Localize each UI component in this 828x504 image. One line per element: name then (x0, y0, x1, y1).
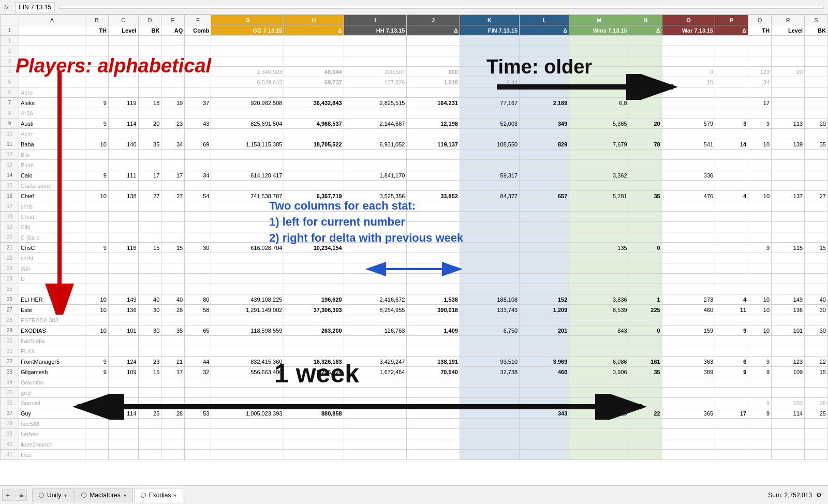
cell-A[interactable]: Gowmbo (19, 377, 85, 388)
cell-Q[interactable] (748, 201, 772, 212)
cell-P[interactable]: 11 (715, 305, 748, 315)
cell-G[interactable] (211, 56, 284, 67)
cell-K[interactable] (460, 212, 519, 222)
cell-L[interactable] (520, 388, 569, 398)
cell-O[interactable] (662, 315, 715, 325)
cell-G[interactable] (211, 346, 284, 357)
cell-R[interactable] (772, 56, 805, 67)
cell-P[interactable] (715, 243, 748, 253)
cell-M[interactable] (569, 346, 629, 357)
cell-G[interactable] (211, 129, 284, 139)
cell-E[interactable]: 35 (161, 325, 185, 336)
cell-G[interactable] (211, 108, 284, 118)
cell-row_num[interactable]: 31 (1, 346, 19, 357)
cell-R[interactable] (772, 263, 805, 274)
cell-G[interactable] (211, 160, 284, 170)
cell-C[interactable]: 101 (108, 325, 138, 336)
cell-G[interactable]: 920,982,508 (211, 98, 284, 108)
cell-C[interactable] (108, 439, 138, 450)
cell-B[interactable] (85, 284, 109, 294)
table-row[interactable]: 20C Sta e (1, 232, 828, 243)
cell-D[interactable] (138, 46, 161, 56)
cell-H[interactable]: 8,256,924 (284, 367, 344, 377)
cell-E[interactable] (161, 129, 185, 139)
col-O-header[interactable]: O (662, 15, 715, 25)
cell-S[interactable] (805, 150, 828, 160)
cell-G[interactable]: 832,415,360 (211, 357, 284, 367)
cell-K[interactable] (460, 150, 519, 160)
cell-B[interactable] (85, 336, 109, 346)
cell-I[interactable] (344, 150, 407, 160)
cell-G[interactable]: 616,028,704 (211, 243, 284, 253)
cell-L[interactable] (520, 243, 569, 253)
cell-S[interactable] (805, 56, 828, 67)
cell-B[interactable] (85, 419, 109, 429)
cell-G[interactable] (211, 46, 284, 56)
cell-N[interactable] (629, 36, 662, 46)
cell-H[interactable] (284, 181, 344, 191)
cell-O[interactable]: 9 (662, 67, 715, 77)
cell-H[interactable] (284, 315, 344, 325)
cell-K[interactable] (460, 181, 519, 191)
cell-C[interactable] (108, 201, 138, 212)
cell-C[interactable] (108, 377, 138, 388)
cell-row_num[interactable]: 24 (1, 274, 19, 284)
cell-E[interactable] (161, 108, 185, 118)
cell-L[interactable] (520, 212, 569, 222)
cell-E[interactable] (161, 232, 185, 243)
cell-K[interactable] (460, 108, 519, 118)
cell-C[interactable] (108, 67, 138, 77)
cell-D[interactable] (138, 108, 161, 118)
cell-L[interactable]: 349 (520, 118, 569, 129)
cell-E[interactable] (161, 201, 185, 212)
cell-N[interactable] (629, 170, 662, 181)
cell-J[interactable]: 33,852 (407, 191, 460, 201)
cell-R[interactable]: 101 (772, 325, 805, 336)
cell-R[interactable] (772, 232, 805, 243)
cell-I[interactable] (344, 429, 407, 439)
cell-I[interactable] (344, 388, 407, 398)
cell-R[interactable] (772, 388, 805, 398)
cell-Q[interactable] (748, 56, 772, 67)
cell-J[interactable] (407, 232, 460, 243)
cell-K[interactable] (460, 398, 519, 408)
cell-A[interactable]: Guy (19, 408, 85, 419)
cell-P[interactable] (715, 170, 748, 181)
cell-A[interactable]: ESTRADA 303 (19, 315, 85, 325)
cell-F[interactable] (185, 429, 211, 439)
cell-K[interactable] (460, 87, 519, 98)
cell-G[interactable] (211, 87, 284, 98)
cell-P[interactable] (715, 315, 748, 325)
cell-G[interactable] (211, 377, 284, 388)
cell-O[interactable] (662, 336, 715, 346)
cell-A[interactable]: Austi (19, 118, 85, 129)
cell-row_num[interactable]: 10 (1, 129, 19, 139)
cell-B[interactable] (85, 212, 109, 222)
cell-D[interactable] (138, 232, 161, 243)
cell-F[interactable] (185, 253, 211, 263)
cell-M[interactable] (569, 377, 629, 388)
cell-P[interactable] (715, 232, 748, 243)
cell-F[interactable] (185, 108, 211, 118)
cell-row_num[interactable]: 15 (1, 181, 19, 191)
cell-row_num[interactable]: 14 (1, 170, 19, 181)
cell-E[interactable] (161, 284, 185, 294)
cell-row_num[interactable]: 22 (1, 253, 19, 263)
cell-D[interactable] (138, 67, 161, 77)
cell-D[interactable] (138, 274, 161, 284)
cell-B[interactable]: 9 (85, 243, 109, 253)
col-P-header[interactable]: P (715, 15, 748, 25)
cell-R[interactable] (772, 98, 805, 108)
cell-O[interactable] (662, 56, 715, 67)
cell-F[interactable]: 58 (185, 305, 211, 315)
table-row[interactable]: 36Gurnski910328 (1, 398, 828, 408)
cell-J[interactable] (407, 201, 460, 212)
cell-E[interactable] (161, 181, 185, 191)
cell-B[interactable]: 9 (85, 98, 109, 108)
cell-Q[interactable] (748, 108, 772, 118)
cell-I[interactable] (344, 439, 407, 450)
cell-J[interactable] (407, 253, 460, 263)
cell-C[interactable] (108, 108, 138, 118)
cell-E[interactable]: 17 (161, 170, 185, 181)
cell-R[interactable] (772, 212, 805, 222)
